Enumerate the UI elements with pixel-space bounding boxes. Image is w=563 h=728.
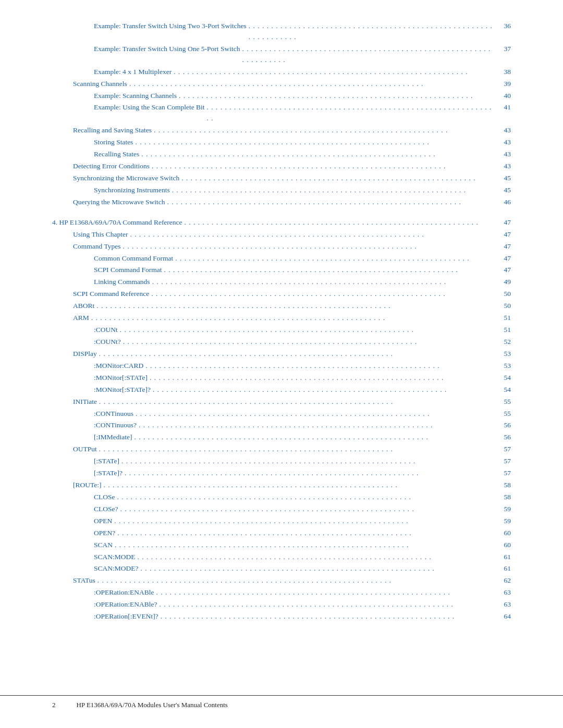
toc-entry[interactable]: Detecting Error Conditions . . . . . . .… — [52, 161, 511, 172]
toc-entry-label[interactable]: :OPERation[:EVENt]? — [94, 611, 158, 622]
toc-entry[interactable]: Common Command Format . . . . . . . . . … — [52, 253, 511, 264]
toc-entry-label[interactable]: :OPERation:ENABle — [94, 587, 154, 598]
toc-entry[interactable]: [:STATe] . . . . . . . . . . . . . . . .… — [52, 456, 511, 467]
toc-entry[interactable]: Example: Scanning Channels . . . . . . .… — [52, 91, 511, 102]
toc-entry[interactable]: OUTPut . . . . . . . . . . . . . . . . .… — [52, 444, 511, 455]
toc-entry-label[interactable]: [ROUTe:] — [73, 480, 102, 491]
toc-entry-label[interactable]: Common Command Format — [94, 253, 173, 264]
toc-entry[interactable]: :MONitor[:STATe]? . . . . . . . . . . . … — [52, 385, 511, 396]
toc-entry[interactable]: OPEN? . . . . . . . . . . . . . . . . . … — [52, 528, 511, 539]
toc-entry-label[interactable]: [:STATe]? — [94, 468, 123, 479]
toc-entry[interactable]: Querying the Microwave Switch . . . . . … — [52, 197, 511, 208]
toc-entry-label[interactable]: Synchronizing the Microwave Switch — [73, 173, 179, 184]
toc-entry-label[interactable]: :OPERation:ENABle? — [94, 599, 157, 610]
toc-entry[interactable]: Using This Chapter . . . . . . . . . . .… — [52, 229, 511, 240]
toc-entry-label[interactable]: :CONTinuous? — [94, 420, 137, 431]
toc-entry-label[interactable]: :MONitor[:STATe]? — [94, 385, 151, 396]
toc-entry-label[interactable]: :COUNt — [94, 325, 118, 336]
toc-entry[interactable]: Recalling States . . . . . . . . . . . .… — [52, 149, 511, 160]
toc-entry[interactable]: Example: Transfer Switch Using One 5-Por… — [52, 44, 511, 66]
toc-entry-label[interactable]: :CONTinuous — [94, 409, 133, 419]
toc-entry[interactable]: CLOSe . . . . . . . . . . . . . . . . . … — [52, 492, 511, 503]
toc-entry[interactable]: SCAN . . . . . . . . . . . . . . . . . .… — [52, 540, 511, 551]
toc-page-num: 61 — [496, 552, 511, 563]
toc-entry[interactable]: STATus . . . . . . . . . . . . . . . . .… — [52, 575, 511, 586]
toc-entry-label[interactable]: Storing States — [94, 137, 133, 148]
toc-entry-label[interactable]: 4. HP E1368A/69A/70A Command Reference — [52, 217, 182, 228]
toc-entry-label[interactable]: SCPI Command Reference — [73, 289, 149, 300]
toc-entry-label[interactable]: OUTPut — [73, 444, 97, 455]
toc-entry-label[interactable]: :MONitor:CARD — [94, 361, 143, 372]
toc-entry[interactable]: 4. HP E1368A/69A/70A Command Reference .… — [52, 217, 511, 228]
toc-entry[interactable]: SCAN:MODE . . . . . . . . . . . . . . . … — [52, 552, 511, 563]
toc-entry[interactable]: [:IMMediate] . . . . . . . . . . . . . .… — [52, 432, 511, 443]
toc-entry[interactable]: Synchronizing Instruments . . . . . . . … — [52, 185, 511, 196]
toc-entry[interactable]: OPEN . . . . . . . . . . . . . . . . . .… — [52, 516, 511, 527]
toc-entry-label[interactable]: CLOSe? — [94, 504, 118, 515]
toc-entry-label[interactable]: OPEN — [94, 516, 112, 527]
toc-dots: . . . . . . . . . . . . . . . . . . . . … — [115, 540, 494, 551]
toc-entry[interactable]: Example: 4 x 1 Multiplexer . . . . . . .… — [52, 67, 511, 78]
toc-page-num: 58 — [496, 480, 511, 491]
toc-entry[interactable]: [:STATe]? . . . . . . . . . . . . . . . … — [52, 468, 511, 479]
toc-entry[interactable]: :COUNt? . . . . . . . . . . . . . . . . … — [52, 337, 511, 348]
toc-entry-label[interactable]: Example: Using the Scan Complete Bit — [94, 102, 205, 113]
toc-entry-label[interactable]: Using This Chapter — [73, 229, 128, 240]
toc-entry-label[interactable]: DISPlay — [73, 349, 97, 360]
toc-entry-label[interactable]: OPEN? — [94, 528, 115, 539]
toc-dots: . . . . . . . . . . . . . . . . . . . . … — [249, 21, 494, 43]
toc-entry[interactable]: :CONTinuous? . . . . . . . . . . . . . .… — [52, 420, 511, 431]
toc-entry[interactable]: Scanning Channels . . . . . . . . . . . … — [52, 79, 511, 90]
toc-entry[interactable]: ABORt . . . . . . . . . . . . . . . . . … — [52, 301, 511, 312]
toc-entry-label[interactable]: Command Types — [73, 241, 120, 252]
toc-page-num: 36 — [496, 21, 511, 32]
toc-entry[interactable]: Example: Using the Scan Complete Bit . .… — [52, 102, 511, 124]
toc-entry-label[interactable]: :MONitor[:STATe] — [94, 373, 148, 384]
toc-entry[interactable]: :OPERation:ENABle? . . . . . . . . . . .… — [52, 599, 511, 610]
toc-entry-label[interactable]: Example: Scanning Channels — [94, 91, 177, 102]
toc-entry[interactable]: Storing States . . . . . . . . . . . . .… — [52, 137, 511, 148]
toc-entry[interactable]: [ROUTe:] . . . . . . . . . . . . . . . .… — [52, 480, 511, 491]
toc-entry[interactable]: SCPI Command Reference . . . . . . . . .… — [52, 289, 511, 300]
toc-entry-label[interactable]: :COUNt? — [94, 337, 121, 348]
toc-entry[interactable]: INITiate . . . . . . . . . . . . . . . .… — [52, 397, 511, 408]
toc-entry[interactable]: Recalling and Saving States . . . . . . … — [52, 125, 511, 136]
toc-entry[interactable]: Linking Commands . . . . . . . . . . . .… — [52, 277, 511, 288]
toc-entry-label[interactable]: Linking Commands — [94, 277, 150, 288]
toc-entry[interactable]: :MONitor:CARD . . . . . . . . . . . . . … — [52, 361, 511, 372]
toc-entry-label[interactable]: Example: 4 x 1 Multiplexer — [94, 67, 172, 78]
toc-entry[interactable]: DISPlay . . . . . . . . . . . . . . . . … — [52, 349, 511, 360]
toc-entry[interactable]: :MONitor[:STATe] . . . . . . . . . . . .… — [52, 373, 511, 384]
toc-entry[interactable]: SCPI Command Format . . . . . . . . . . … — [52, 265, 511, 276]
toc-entry[interactable]: CLOSe? . . . . . . . . . . . . . . . . .… — [52, 504, 511, 515]
toc-entry-label[interactable]: SCAN:MODE? — [94, 563, 139, 574]
toc-entry-label[interactable]: Synchronizing Instruments — [94, 185, 170, 196]
toc-entry-label[interactable]: Example: Transfer Switch Using Two 3-Por… — [94, 21, 247, 32]
toc-entry-label[interactable]: Recalling States — [94, 149, 139, 160]
toc-entry-label[interactable]: SCAN:MODE — [94, 552, 136, 563]
toc-entry-label[interactable]: STATus — [73, 575, 95, 586]
toc-entry-label[interactable]: Querying the Microwave Switch — [73, 197, 165, 208]
toc-entry-label[interactable]: SCAN — [94, 540, 113, 551]
toc-dots: . . . . . . . . . . . . . . . . . . . . … — [121, 456, 494, 467]
toc-entry-label[interactable]: ARM — [73, 313, 89, 324]
toc-entry-label[interactable]: CLOSe — [94, 492, 115, 503]
toc-entry-label[interactable]: [:STATe] — [94, 456, 119, 467]
toc-entry-label[interactable]: ABORt — [73, 301, 94, 312]
toc-entry[interactable]: :OPERation[:EVENt]? . . . . . . . . . . … — [52, 611, 511, 622]
toc-entry-label[interactable]: Scanning Channels — [73, 79, 127, 90]
toc-entry-label[interactable]: [:IMMediate] — [94, 432, 132, 443]
toc-entry[interactable]: ARM . . . . . . . . . . . . . . . . . . … — [52, 313, 511, 324]
toc-entry[interactable]: Command Types . . . . . . . . . . . . . … — [52, 241, 511, 252]
toc-entry[interactable]: Example: Transfer Switch Using Two 3-Por… — [52, 21, 511, 43]
toc-entry[interactable]: :OPERation:ENABle . . . . . . . . . . . … — [52, 587, 511, 598]
toc-entry-label[interactable]: INITiate — [73, 397, 97, 408]
toc-entry[interactable]: :CONTinuous . . . . . . . . . . . . . . … — [52, 409, 511, 419]
toc-entry-label[interactable]: Recalling and Saving States — [73, 125, 152, 136]
toc-entry-label[interactable]: Example: Transfer Switch Using One 5-Por… — [94, 44, 240, 55]
toc-entry-label[interactable]: Detecting Error Conditions — [73, 161, 150, 172]
toc-entry[interactable]: :COUNt . . . . . . . . . . . . . . . . .… — [52, 325, 511, 336]
toc-entry-label[interactable]: SCPI Command Format — [94, 265, 162, 276]
toc-entry[interactable]: SCAN:MODE? . . . . . . . . . . . . . . .… — [52, 563, 511, 574]
toc-entry[interactable]: Synchronizing the Microwave Switch . . .… — [52, 173, 511, 184]
